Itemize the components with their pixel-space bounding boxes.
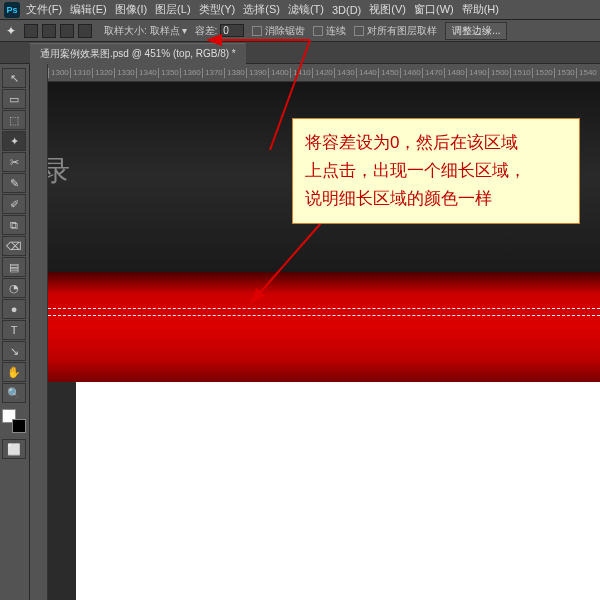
chevron-down-icon[interactable]: ▾	[182, 25, 187, 36]
ruler-tick: 1340	[136, 68, 157, 78]
move-tool[interactable]: ↖	[2, 68, 26, 88]
refine-edge-button[interactable]: 调整边缘...	[445, 22, 507, 40]
eyedropper-tool[interactable]: ✎	[2, 173, 26, 193]
all-layers-checkbox[interactable]	[354, 26, 364, 36]
annotation-line2: 上点击，出现一个细长区域，	[305, 161, 526, 180]
annotation-line1: 将容差设为0，然后在该区域	[305, 133, 518, 152]
menu-image[interactable]: 图像(I)	[115, 2, 147, 17]
magic-wand-tool[interactable]: ✦	[2, 131, 26, 151]
gradient-tool[interactable]: ▤	[2, 257, 26, 277]
ruler-tick: 1450	[378, 68, 399, 78]
ruler-tick: 1470	[422, 68, 443, 78]
crop-tool[interactable]: ✂	[2, 152, 26, 172]
app-logo: Ps	[4, 2, 20, 18]
menubar: Ps 文件(F) 编辑(E) 图像(I) 图层(L) 类型(Y) 选择(S) 滤…	[0, 0, 600, 20]
magic-wand-icon: ✦	[6, 24, 16, 38]
menu-view[interactable]: 视图(V)	[369, 2, 406, 17]
ruler-tick: 1540	[576, 68, 597, 78]
ruler-tick: 1500	[488, 68, 509, 78]
sub-selection-icon[interactable]	[60, 24, 74, 38]
all-layers-label: 对所有图层取样	[367, 24, 437, 38]
marquee-tool[interactable]: ▭	[2, 89, 26, 109]
zoom-tool[interactable]: 🔍	[2, 383, 26, 403]
sample-size-label: 取样大小:	[104, 24, 147, 38]
background-color[interactable]	[12, 419, 26, 433]
new-selection-icon[interactable]	[24, 24, 38, 38]
quickmask-tool[interactable]: ⬜	[2, 439, 26, 459]
menu-layer[interactable]: 图层(L)	[155, 2, 190, 17]
annotation-callout: 将容差设为0，然后在该区域 上点击，出现一个细长区域， 说明细长区域的颜色一样	[292, 118, 580, 224]
ruler-tick: 1430	[334, 68, 355, 78]
menu-3d[interactable]: 3D(D)	[332, 4, 361, 16]
menu-edit[interactable]: 编辑(E)	[70, 2, 107, 17]
menu-filter[interactable]: 滤镜(T)	[288, 2, 324, 17]
clone-tool[interactable]: ⧉	[2, 215, 26, 235]
ruler-tick: 1330	[114, 68, 135, 78]
pen-tool[interactable]: ●	[2, 299, 26, 319]
lasso-tool[interactable]: ⬚	[2, 110, 26, 130]
contiguous-label: 连续	[326, 24, 346, 38]
menu-type[interactable]: 类型(Y)	[199, 2, 236, 17]
ruler-vertical	[30, 64, 48, 600]
ruler-tick: 1520	[532, 68, 553, 78]
pixel-text-sample: 录	[48, 152, 72, 190]
eraser-tool[interactable]: ⌫	[2, 236, 26, 256]
add-selection-icon[interactable]	[42, 24, 56, 38]
ruler-tick: 1530	[554, 68, 575, 78]
ruler-tick: 1310	[70, 68, 91, 78]
menu-help[interactable]: 帮助(H)	[462, 2, 499, 17]
path-tool[interactable]: ↘	[2, 341, 26, 361]
annotation-line3: 说明细长区域的颜色一样	[305, 189, 492, 208]
ruler-tick: 1510	[510, 68, 531, 78]
ruler-tick: 1300	[48, 68, 69, 78]
brush-tool[interactable]: ✐	[2, 194, 26, 214]
ruler-tick: 1350	[158, 68, 179, 78]
dodge-tool[interactable]: ◔	[2, 278, 26, 298]
menu-window[interactable]: 窗口(W)	[414, 2, 454, 17]
color-swatches[interactable]	[2, 409, 26, 433]
menu-file[interactable]: 文件(F)	[26, 2, 62, 17]
hand-tool[interactable]: ✋	[2, 362, 26, 382]
toolbox: ↖ ▭ ⬚ ✦ ✂ ✎ ✐ ⧉ ⌫ ▤ ◔ ● T ↘ ✋ 🔍 ⬜	[0, 64, 30, 600]
ruler-tick: 1490	[466, 68, 487, 78]
ruler-tick: 1460	[400, 68, 421, 78]
ruler-tick: 1320	[92, 68, 113, 78]
sample-size-value[interactable]: 取样点	[150, 24, 180, 38]
white-region	[76, 382, 600, 600]
intersect-selection-icon[interactable]	[78, 24, 92, 38]
text-tool[interactable]: T	[2, 320, 26, 340]
ruler-tick: 1480	[444, 68, 465, 78]
ruler-tick: 1360	[180, 68, 201, 78]
menu-select[interactable]: 选择(S)	[243, 2, 280, 17]
ruler-tick: 1440	[356, 68, 377, 78]
ruler-horizontal: 1300131013201330134013501360137013801390…	[48, 64, 600, 82]
